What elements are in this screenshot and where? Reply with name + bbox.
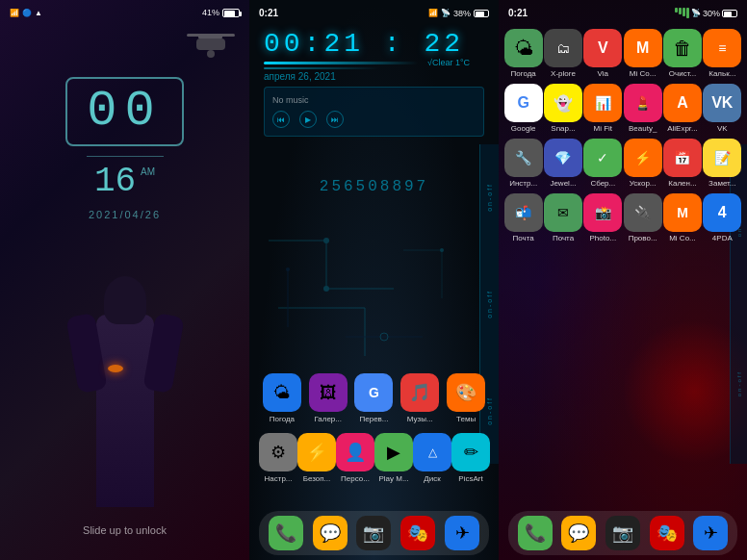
app-icon: 📅 [663, 139, 702, 177]
dock3-telegram[interactable]: ✈ [693, 516, 728, 550]
cyber-number: 256508897 [264, 178, 484, 195]
slide-unlock[interactable]: Slide up to unlock [0, 524, 249, 536]
app-icon: ✉ [544, 193, 582, 232]
clock-box: 00 [65, 77, 183, 146]
dock3-camera[interactable]: 📷 [605, 516, 640, 550]
dock-messages[interactable]: 💬 [313, 516, 348, 550]
app-personalize[interactable]: 👤 Персо... [336, 433, 374, 483]
app-gallery[interactable]: 🖼 Галер... [305, 373, 351, 423]
next-button[interactable]: ⏭ [326, 111, 344, 128]
dock-phone[interactable]: 📞 [269, 516, 303, 550]
app-mi-fit[interactable]: 📊 Mi Fit [583, 84, 623, 133]
app-4pda[interactable]: 4 4PDA [703, 193, 742, 242]
app-icon-img: 🖼 [309, 373, 348, 412]
app-icon-img: ⚙ [259, 433, 297, 471]
music-player[interactable]: No music ⏮ ▶ ⏭ [264, 87, 484, 137]
app-icon: ✓ [583, 139, 622, 177]
music-title: No music [272, 95, 476, 105]
screen3-time: 0:21 [508, 8, 528, 18]
icons-row-4: 📬 Почта ✉ Почта 📸 Photo... 🔌 Прово... M … [503, 193, 742, 242]
music-controls: ⏮ ▶ ⏭ [272, 111, 476, 128]
app-mail[interactable]: ✉ Почта [543, 193, 582, 242]
app-settings[interactable]: ⚙ Настр... [259, 433, 297, 483]
app-security[interactable]: ⚡ Безоп... [297, 433, 336, 483]
app-icon: A [663, 84, 702, 122]
app-music[interactable]: 🎵 Музы... [397, 373, 443, 423]
app-playmarket[interactable]: ▶ Play M... [374, 433, 413, 483]
clock-divider [87, 156, 164, 157]
app-icon: 🗂 [544, 29, 582, 67]
clock-hours: 00 [87, 87, 162, 137]
app-icon: 🔌 [624, 193, 662, 232]
app-photos[interactable]: 📸 Photo... [583, 193, 623, 242]
status-left: 📶 🔵 ▲ [10, 9, 42, 17]
dock3-opera[interactable]: 🎭 [650, 516, 684, 550]
app-pogoda[interactable]: 🌤 Погода [503, 29, 543, 78]
app-translate[interactable]: G Перев... [351, 373, 398, 423]
screen3-icons-grid: 🌤 Погода 🗂 X-plore V Via M Mi Co... 🗑 Оч… [503, 29, 742, 502]
dock-opera[interactable]: 🎭 [400, 516, 435, 550]
app-icon-img: ⚡ [297, 433, 336, 471]
clock-ampm: AM [141, 166, 155, 177]
app-icon: 4 [703, 193, 741, 232]
weather-info: √Clear 1°C [427, 58, 470, 67]
svg-point-3 [323, 238, 329, 243]
dock3-phone[interactable]: 📞 [518, 516, 553, 550]
app-icon-img: G [354, 373, 393, 412]
app-icon: V [583, 29, 622, 67]
app-picsart[interactable]: ✏ PicsArt [451, 433, 490, 483]
cyber-status-right: 📶 📡 38% [428, 9, 489, 18]
app-xplore[interactable]: 🗂 X-plore [543, 29, 582, 78]
screen2-apps: 🌤 Погода 🖼 Галер... G Перев... 🎵 Музы...… [259, 373, 489, 493]
apps-row-1: 🌤 Погода 🖼 Галер... G Перев... 🎵 Музы...… [259, 373, 489, 423]
app-icon-img: 🎵 [400, 373, 439, 412]
screen2-dock: 📞 💬 📷 🎭 ✈ [259, 511, 489, 555]
app-icon: 💄 [624, 84, 662, 122]
app-booster[interactable]: ⚡ Ускор... [623, 139, 662, 188]
cyber-date: апреля 26, 2021 [264, 71, 464, 82]
app-themes[interactable]: 🎨 Темы [443, 373, 489, 423]
app-jewels[interactable]: 💎 Jewel... [543, 139, 582, 188]
app-mail-gov[interactable]: 📬 Почта [503, 193, 543, 242]
prev-button[interactable]: ⏮ [272, 111, 290, 128]
app-mi-community2[interactable]: M Mi Co... [662, 193, 702, 242]
app-icon: 📸 [583, 193, 622, 232]
helicopter-decoration [187, 34, 235, 58]
app-google[interactable]: G Google [503, 84, 543, 133]
app-vk[interactable]: VK VK [703, 84, 742, 133]
dock3-messages[interactable]: 💬 [561, 516, 596, 550]
dock-camera[interactable]: 📷 [356, 516, 391, 550]
app-via[interactable]: V Via [583, 29, 623, 78]
app-cleaner[interactable]: 🗑 Очист... [662, 29, 702, 78]
clock-minutes-row: 16 AM [94, 162, 155, 201]
svg-point-11 [440, 248, 444, 252]
app-icon: 🌤 [504, 29, 543, 67]
app-icon: M [624, 29, 662, 67]
app-icon: VK [703, 84, 741, 122]
app-notes[interactable]: 📝 Замет... [703, 139, 742, 188]
app-calc[interactable]: ≡ Кальк... [703, 29, 742, 78]
app-icon: 💎 [544, 139, 582, 177]
app-wires[interactable]: 🔌 Прово... [623, 193, 662, 242]
app-icon: 🗑 [663, 29, 702, 67]
app-icon-img: △ [413, 433, 451, 471]
app-beauty[interactable]: 💄 Beauty_ [623, 84, 662, 133]
app-disk[interactable]: △ Диск [413, 433, 451, 483]
app-drawer-screen: 0:21 📡 30% on-off on-off 🌤 Погода [499, 0, 747, 560]
app-weather[interactable]: 🌤 Погода [259, 373, 305, 423]
app-icon: 🔧 [504, 139, 543, 177]
play-button[interactable]: ▶ [299, 111, 317, 128]
app-sber[interactable]: ✓ Сбер... [583, 139, 623, 188]
cyber-status-bar: 0:21 📶 📡 38% [259, 8, 489, 18]
cyber-clock-area: 00:21 : 22 апреля 26, 2021 √Clear 1°C [264, 29, 484, 82]
dock-telegram[interactable]: ✈ [445, 516, 479, 550]
app-aliexpress[interactable]: A AliExpr... [662, 84, 702, 133]
app-calendar[interactable]: 📅 Кален... [662, 139, 702, 188]
cyber-status-time: 0:21 [259, 8, 278, 18]
app-mi-community[interactable]: M Mi Co... [623, 29, 662, 78]
cyber-time: 00:21 : 22 [264, 29, 464, 59]
icons-row-3: 🔧 Инстр... 💎 Jewel... ✓ Сбер... ⚡ Ускор.… [503, 139, 742, 188]
app-instruments[interactable]: 🔧 Инстр... [503, 139, 543, 188]
app-icon: M [663, 193, 702, 232]
app-snapchat[interactable]: 👻 Snap... [543, 84, 582, 133]
